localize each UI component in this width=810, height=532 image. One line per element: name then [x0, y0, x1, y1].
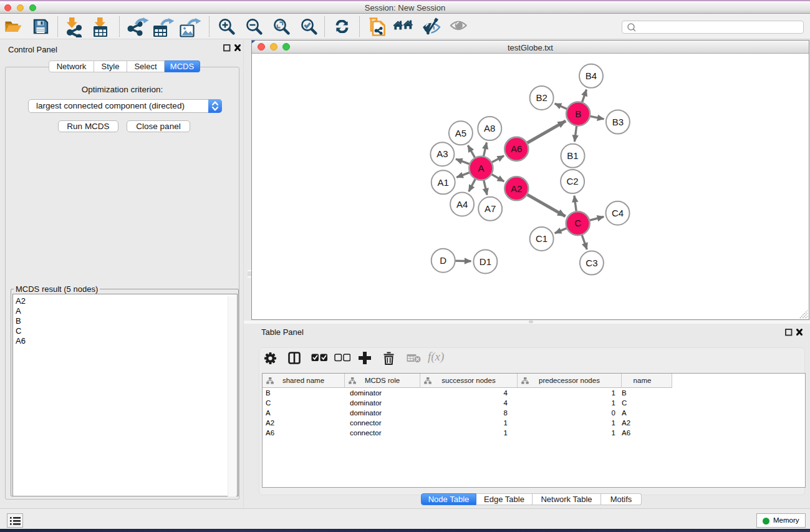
svg-text:C1: C1 [536, 233, 547, 244]
svg-text:A7: A7 [485, 203, 496, 214]
svg-text:C2: C2 [567, 176, 579, 186]
svg-text:A4: A4 [456, 199, 468, 210]
svg-text:A1: A1 [438, 177, 449, 188]
svg-text:B1: B1 [567, 150, 578, 161]
svg-text:A2: A2 [511, 183, 522, 194]
svg-text:B: B [575, 109, 581, 119]
svg-text:A5: A5 [455, 128, 466, 138]
svg-text:A6: A6 [511, 143, 522, 154]
svg-text:C: C [574, 218, 581, 228]
svg-text:A: A [478, 163, 484, 173]
svg-text:D: D [440, 255, 446, 266]
svg-text:A8: A8 [484, 123, 495, 133]
svg-text:C4: C4 [612, 208, 624, 218]
svg-text:B4: B4 [586, 70, 597, 81]
svg-text:C3: C3 [586, 258, 597, 268]
svg-text:D1: D1 [480, 256, 491, 267]
svg-text:B3: B3 [612, 117, 624, 127]
svg-text:B2: B2 [536, 92, 547, 103]
svg-text:A3: A3 [436, 148, 448, 159]
